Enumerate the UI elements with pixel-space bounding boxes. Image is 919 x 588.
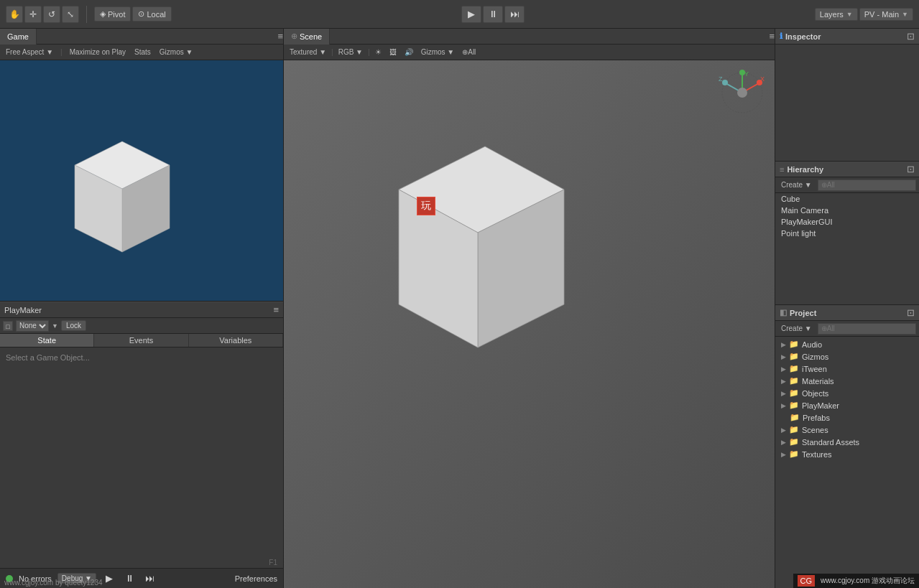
sun-btn[interactable]: ☀	[372, 47, 384, 57]
inspector-icon: ℹ	[780, 32, 782, 41]
stats-btn[interactable]: Stats	[131, 47, 154, 57]
left-panel: Game ≡ Free Aspect ▼ | Maximize on Play …	[0, 29, 284, 588]
project-item-standard-assets[interactable]: ▶ 📁 Standard Assets	[775, 436, 919, 448]
playmaker-panel: PlayMaker ≡ □ None ▼ Lock State Events	[0, 302, 283, 588]
audio-btn[interactable]: 🔊	[402, 47, 416, 57]
events-tab-label: Events	[129, 336, 154, 345]
pivot-btn[interactable]: ◈ Pivot	[94, 6, 131, 22]
game-gizmos-btn[interactable]: Gizmos ▼	[157, 47, 196, 57]
playmaker-folder-label: PlayMaker	[802, 401, 839, 410]
right-panel: ℹ Inspector ⊡ ≡ Hierarchy ⊡ Create ▼	[775, 29, 919, 588]
game-menu-btn[interactable]: ≡	[277, 31, 283, 42]
footer-pause-btn[interactable]: ⏸	[122, 571, 137, 586]
scale-tool-btn[interactable]: ⤡	[62, 6, 79, 23]
play-btn[interactable]: ▶	[461, 6, 481, 23]
local-label: Local	[147, 10, 165, 19]
scene-gizmos-label: Gizmos	[421, 48, 445, 56]
project-item-materials[interactable]: ▶ 📁 Materials	[775, 375, 919, 387]
project-menu-btn[interactable]: ⊡	[907, 307, 915, 318]
textured-btn[interactable]: Textured ▼	[287, 47, 329, 57]
project-panel: ◧ Project ⊡ Create ▼ ▶ 📁 Audio ▶	[775, 305, 919, 588]
game-tab[interactable]: Game	[0, 29, 37, 45]
variables-tab-label: Variables	[219, 336, 251, 345]
point-light-label: Point light	[781, 229, 816, 238]
playmaker-title: PlayMaker	[4, 306, 42, 314]
project-search[interactable]	[818, 323, 916, 335]
cgjoy-logo: CG	[798, 575, 816, 587]
state-tab-label: State	[37, 336, 56, 345]
playmaker-folder-arrow-icon: ▶	[781, 402, 786, 409]
hierarchy-menu-btn[interactable]: ⊡	[907, 164, 915, 174]
scene-cube-svg	[341, 132, 586, 362]
project-title: Project	[790, 309, 816, 317]
project-item-textures[interactable]: ▶ 📁 Textures	[775, 448, 919, 460]
image-btn[interactable]: 🖼	[387, 47, 400, 57]
inspector-panel: ℹ Inspector ⊡	[775, 29, 919, 162]
move-tool-btn[interactable]: ✛	[24, 6, 42, 23]
hierarchy-toolbar: Create ▼	[775, 177, 919, 193]
cube-label: Cube	[781, 195, 800, 203]
step-btn[interactable]: ⏭	[504, 6, 525, 23]
hierarchy-search[interactable]	[818, 179, 916, 191]
playmaker-folder-icon: 📁	[789, 401, 799, 410]
maximize-on-play-btn[interactable]: Maximize on Play	[67, 47, 129, 57]
project-create-btn[interactable]: Create ▼	[778, 324, 815, 333]
hand-tool-btn[interactable]: ✋	[6, 6, 23, 23]
project-item-playmaker[interactable]: ▶ 📁 PlayMaker	[775, 399, 919, 411]
scene-gizmos-btn[interactable]: Gizmos ▼	[418, 47, 458, 57]
scene-toolbar: Textured ▼ | RGB ▼ | ☀ 🖼 🔊 Gizmos ▼ ⊕All	[284, 45, 775, 60]
playmaker-obj-icon: □	[3, 321, 13, 331]
hierarchy-header: ≡ Hierarchy ⊡	[775, 162, 919, 177]
hierarchy-title: Hierarchy	[787, 165, 823, 174]
sep1	[86, 6, 87, 23]
variables-tab[interactable]: Variables	[189, 334, 283, 347]
top-toolbar: ✋ ✛ ↺ ⤡ ◈ Pivot ⊙ Local ▶ ⏸ ⏭ Layers ▼ P…	[0, 0, 919, 29]
layers-dropdown[interactable]: Layers ▼	[815, 8, 858, 21]
rgb-arrow: ▼	[356, 48, 363, 56]
project-item-objects[interactable]: ▶ 📁 Objects	[775, 387, 919, 399]
project-item-gizmos[interactable]: ▶ 📁 Gizmos	[775, 350, 919, 363]
pv-main-dropdown[interactable]: PV - Main ▼	[859, 8, 913, 21]
svg-text:X: X	[760, 75, 765, 83]
prefabs-label: Prefabs	[803, 414, 830, 422]
project-item-itween[interactable]: ▶ 📁 iTween	[775, 363, 919, 375]
free-aspect-btn[interactable]: Free Aspect ▼	[3, 47, 56, 57]
events-tab[interactable]: Events	[94, 334, 188, 347]
project-item-prefabs[interactable]: 📁 Prefabs	[775, 411, 919, 424]
local-btn[interactable]: ⊙ Local	[132, 6, 171, 22]
hierarchy-create-btn[interactable]: Create ▼	[778, 180, 815, 190]
hierarchy-item-playmaker-gui[interactable]: PlayMakerGUI	[775, 216, 919, 228]
f1-label: F1	[269, 559, 277, 566]
materials-label: Materials	[802, 377, 834, 386]
project-item-scenes[interactable]: ▶ 📁 Scenes	[775, 424, 919, 436]
playmaker-none-select[interactable]: None	[16, 320, 49, 332]
playmaker-menu-btn[interactable]: ≡	[273, 304, 279, 315]
playmaker-scene-icon: 玩	[417, 197, 435, 215]
hierarchy-item-point-light[interactable]: Point light	[775, 228, 919, 239]
scene-tab-label: Scene	[300, 32, 322, 41]
itween-arrow-icon: ▶	[781, 365, 786, 373]
state-tab[interactable]: State	[0, 334, 94, 347]
pause-btn[interactable]: ⏸	[483, 6, 503, 23]
footer-step-btn[interactable]: ⏭	[142, 571, 157, 586]
materials-arrow-icon: ▶	[781, 378, 786, 385]
hierarchy-item-main-camera[interactable]: Main Camera	[775, 205, 919, 216]
hierarchy-item-cube[interactable]: Cube	[775, 193, 919, 205]
stats-label: Stats	[134, 48, 151, 56]
rotate-tool-btn[interactable]: ↺	[43, 6, 60, 23]
project-item-audio[interactable]: ▶ 📁 Audio	[775, 338, 919, 350]
playmaker-tabs: State Events Variables	[0, 334, 283, 347]
rgb-btn[interactable]: RGB ▼	[336, 47, 366, 57]
lock-btn[interactable]: Lock	[61, 320, 86, 331]
scene-tab[interactable]: ⊕ Scene	[284, 29, 330, 45]
game-cube-svg	[43, 118, 201, 276]
hierarchy-panel: ≡ Hierarchy ⊡ Create ▼ Cube Main Camera	[775, 162, 919, 305]
gizmo-widget: Y X Z	[717, 67, 767, 118]
inspector-menu-btn[interactable]: ⊡	[907, 31, 915, 42]
scene-all-btn[interactable]: ⊕All	[459, 47, 479, 57]
textured-arrow: ▼	[319, 48, 326, 56]
game-gizmos-arrow: ▼	[186, 48, 193, 56]
svg-point-16	[737, 88, 747, 98]
scene-menu-btn[interactable]: ≡	[769, 31, 775, 42]
standard-assets-arrow-icon: ▶	[781, 439, 786, 446]
